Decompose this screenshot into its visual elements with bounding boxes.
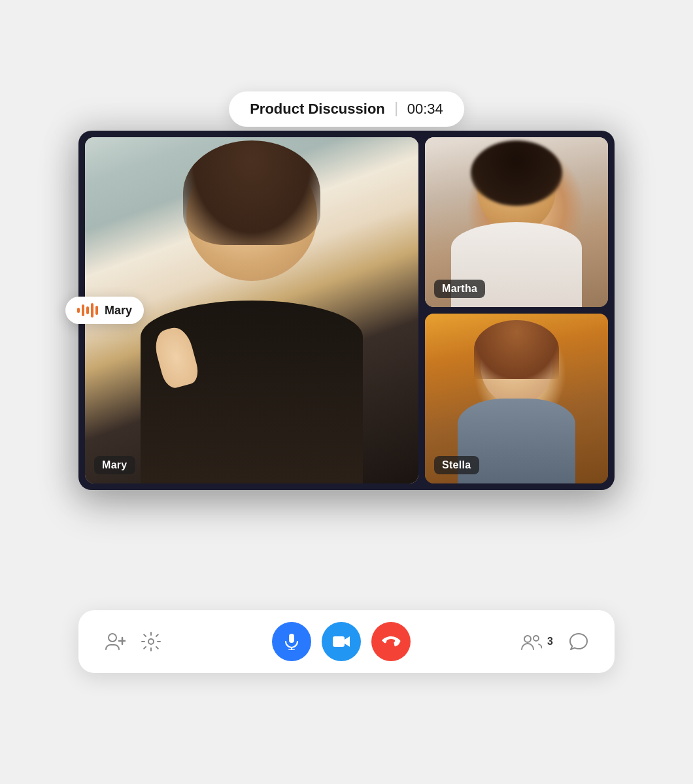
- stella-video-label: Stella: [434, 456, 479, 474]
- microphone-button[interactable]: [272, 622, 311, 661]
- svg-rect-6: [333, 636, 345, 647]
- svg-point-2: [148, 639, 154, 644]
- stella-hair: [474, 320, 559, 379]
- wave-bar-3: [86, 306, 89, 314]
- chat-button[interactable]: [569, 632, 588, 651]
- wave-bar-1: [77, 308, 80, 313]
- camera-button[interactable]: [322, 622, 361, 661]
- martha-video-label: Martha: [434, 280, 485, 298]
- title-bar: Product Discussion 00:34: [229, 91, 464, 127]
- martha-hair: [471, 140, 562, 206]
- meeting-timer: 00:34: [407, 101, 443, 118]
- speaking-name: Mary: [105, 304, 132, 318]
- add-person-button[interactable]: [105, 632, 126, 651]
- participants-button[interactable]: 3: [521, 633, 553, 650]
- wave-bar-5: [95, 306, 98, 315]
- video-grid: Mary Martha St: [78, 131, 615, 490]
- speaking-indicator: Mary: [65, 297, 144, 324]
- settings-button[interactable]: [141, 632, 161, 651]
- wave-bar-2: [82, 304, 84, 316]
- toolbar: 3: [78, 610, 615, 673]
- svg-point-7: [524, 636, 531, 642]
- divider: [396, 102, 397, 116]
- video-martha: Martha: [425, 137, 608, 307]
- hangup-button[interactable]: [371, 622, 411, 661]
- toolbar-right: 3: [521, 632, 588, 651]
- video-stella: Stella: [425, 314, 608, 483]
- participant-count-badge: 3: [547, 636, 553, 647]
- svg-point-8: [533, 636, 539, 641]
- toolbar-center: [272, 622, 411, 661]
- main-video-label: Mary: [94, 456, 135, 474]
- toolbar-left: [105, 632, 161, 651]
- video-grid-wrapper: Mary Mary: [78, 131, 615, 490]
- audio-wave-icon: [77, 303, 98, 318]
- app-container: Product Discussion 00:34 Mary: [65, 91, 628, 693]
- wave-bar-4: [91, 303, 93, 318]
- svg-rect-3: [289, 634, 294, 643]
- meeting-title: Product Discussion: [250, 101, 385, 118]
- hair-shape: [183, 140, 320, 245]
